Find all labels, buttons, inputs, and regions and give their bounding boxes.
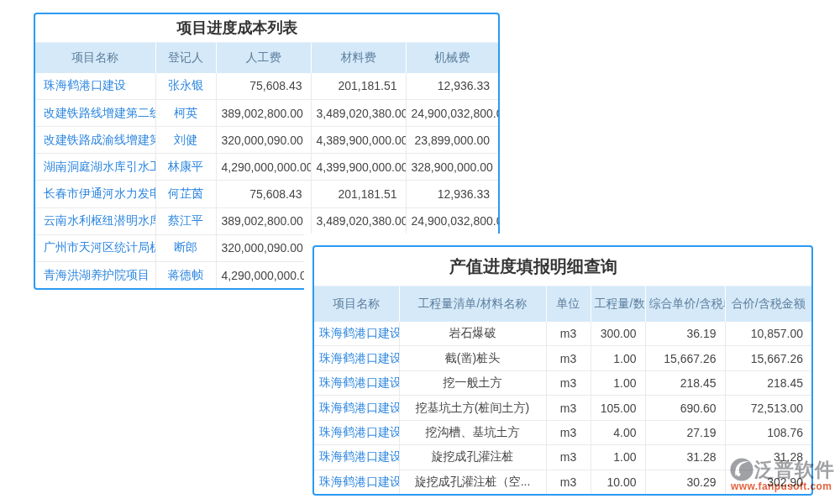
machine-cost-cell: 12,936.33 [406, 181, 498, 207]
labor-cost-cell: 75,608.43 [216, 73, 311, 99]
labor-cost-cell: 320,000,090.00 [216, 234, 311, 261]
unit-cell: m3 [546, 420, 591, 444]
page: 项目进度成本列表 项目名称登记人人工费材料费机械费 珠海鹤港口建设张永银75,6… [0, 0, 840, 504]
project-name-link[interactable]: 珠海鹤港口建设 [35, 73, 155, 99]
project-name-link[interactable]: 珠海鹤港口建设 [314, 322, 399, 346]
registrant-link[interactable]: 蔡江平 [155, 207, 216, 234]
unit-price-cell: 15,667.26 [645, 346, 725, 370]
project-name-link[interactable]: 珠海鹤港口建设 [314, 396, 399, 420]
material-name-cell: 挖沟槽、基坑土方 [399, 420, 546, 444]
labor-cost-cell: 320,000,090.00 [216, 127, 311, 154]
column-header: 工程量/数量 [591, 286, 645, 322]
machine-cost-cell: 23,899,000.00 [406, 127, 498, 154]
project-name-link[interactable]: 长春市伊通河水力发电... [35, 181, 155, 207]
quantity-cell: 300.00 [591, 322, 645, 346]
column-header: 人工费 [216, 43, 311, 73]
unit-price-cell: 27.19 [645, 420, 725, 444]
quantity-cell: 1.00 [591, 346, 645, 370]
table-row: 云南水利枢纽潜明水库...蔡江平389,002,800.003,489,020,… [35, 207, 498, 234]
column-header: 材料费 [311, 43, 406, 73]
registrant-link[interactable]: 柯英 [155, 99, 216, 126]
table-row: 珠海鹤港口建设截(凿)桩头m31.0015,667.2615,667.26 [314, 346, 811, 370]
unit-price-cell: 31.28 [645, 445, 725, 470]
material-name-cell: 截(凿)桩头 [399, 346, 546, 370]
column-header: 项目名称 [314, 286, 399, 322]
column-header: 综合单价/含税单价 [645, 286, 725, 322]
project-name-link[interactable]: 改建铁路成渝线增建第... [35, 127, 155, 154]
table-row: 珠海鹤港口建设挖一般土方m31.00218.45218.45 [314, 370, 811, 395]
unit-price-cell: 690.60 [645, 396, 725, 420]
labor-cost-cell: 4,290,000,000.00 [216, 262, 311, 289]
material-name-cell: 挖基坑土方(桩间土方) [399, 396, 546, 420]
quantity-cell: 4.00 [591, 420, 645, 444]
material-name-cell: 挖一般土方 [399, 370, 546, 395]
project-name-link[interactable]: 珠海鹤港口建设 [314, 445, 399, 470]
unit-cell: m3 [546, 445, 591, 470]
project-name-link[interactable]: 云南水利枢纽潜明水库... [35, 207, 155, 234]
quantity-cell: 105.00 [591, 396, 645, 420]
unit-price-cell: 218.45 [645, 370, 725, 395]
table-row: 珠海鹤港口建设挖基坑土方(桩间土方)m3105.00690.6072,513.0… [314, 396, 811, 420]
labor-cost-cell: 75,608.43 [216, 181, 311, 207]
table-row: 珠海鹤港口建设挖沟槽、基坑土方m34.0027.19108.76 [314, 420, 811, 444]
project-name-link[interactable]: 珠海鹤港口建设 [314, 420, 399, 444]
registrant-link[interactable]: 蒋德帧 [155, 262, 216, 289]
table-row: 珠海鹤港口建设岩石爆破m3300.0036.1910,857.00 [314, 322, 811, 346]
registrant-link[interactable]: 林康平 [155, 154, 216, 181]
material-cost-cell: 4,389,900,000.00 [311, 127, 406, 154]
material-cost-cell: 4,399,900,000.00 [311, 154, 406, 181]
unit-price-cell: 36.19 [645, 322, 725, 346]
machine-cost-cell: 328,900,000.00 [406, 154, 498, 181]
material-name-cell: 旋挖成孔灌注桩 [399, 445, 546, 470]
table-row: 湖南洞庭湖水库引水工...林康平4,290,000,000.004,399,90… [35, 154, 498, 181]
project-name-link[interactable]: 青海洪湖养护院项目 [35, 262, 155, 289]
table-row: 长春市伊通河水力发电...何芷茵75,608.43201,181.5112,93… [35, 181, 498, 207]
table-row: 改建铁路成渝线增建第...刘健320,000,090.004,389,900,0… [35, 127, 498, 154]
project-name-link[interactable]: 珠海鹤港口建设 [314, 370, 399, 395]
brand-name: 泛普软件 [754, 457, 835, 482]
project-name-link[interactable]: 珠海鹤港口建设 [314, 346, 399, 370]
labor-cost-cell: 389,002,800.00 [216, 99, 311, 126]
labor-cost-cell: 4,290,000,000.00 [216, 154, 311, 181]
project-name-link[interactable]: 广州市天河区统计局机... [35, 234, 155, 261]
table-row: 珠海鹤港口建设张永银75,608.43201,181.5112,936.33 [35, 73, 498, 99]
total-price-cell: 218.45 [725, 370, 811, 395]
table-row: 改建铁路线增建第二线...柯英389,002,800.003,489,020,3… [35, 99, 498, 126]
machine-cost-cell: 24,900,032,800.00 [406, 207, 498, 234]
project-name-link[interactable]: 改建铁路线增建第二线... [35, 99, 155, 126]
total-price-cell: 10,857.00 [725, 322, 811, 346]
registrant-link[interactable]: 断郎 [155, 234, 216, 261]
column-header: 登记人 [155, 43, 216, 73]
quantity-cell: 1.00 [591, 370, 645, 395]
unit-cell: m3 [546, 346, 591, 370]
column-header: 单位 [546, 286, 591, 322]
quantity-cell: 1.00 [591, 445, 645, 470]
material-cost-cell: 201,181.51 [311, 73, 406, 99]
unit-cell: m3 [546, 322, 591, 346]
material-cost-cell: 3,489,020,380.00 [311, 207, 406, 234]
registrant-link[interactable]: 刘健 [155, 127, 216, 154]
brand-watermark: 泛普软件 www.fanpusoft.com [729, 457, 840, 492]
column-header: 项目名称 [35, 43, 155, 73]
project-name-link[interactable]: 珠海鹤港口建设 [314, 470, 399, 494]
cost-table-title: 项目进度成本列表 [35, 14, 498, 43]
total-price-cell: 108.76 [725, 420, 811, 444]
output-table-title: 产值进度填报明细查询 [314, 247, 811, 286]
material-name-cell: 岩石爆破 [399, 322, 546, 346]
column-header: 工程量清单/材料名称 [399, 286, 546, 322]
material-cost-cell: 3,489,020,380.00 [311, 99, 406, 126]
machine-cost-cell: 24,900,032,800.00 [406, 99, 498, 126]
total-price-cell: 15,667.26 [725, 346, 811, 370]
fanpu-logo-icon [729, 457, 754, 482]
material-name-cell: 旋挖成孔灌注桩（空... [399, 470, 546, 494]
quantity-cell: 10.00 [591, 470, 645, 494]
unit-cell: m3 [546, 370, 591, 395]
registrant-link[interactable]: 何芷茵 [155, 181, 216, 207]
machine-cost-cell: 12,936.33 [406, 73, 498, 99]
unit-cell: m3 [546, 470, 591, 494]
registrant-link[interactable]: 张永银 [155, 73, 216, 99]
material-cost-cell: 201,181.51 [311, 181, 406, 207]
column-header: 合价/含税金额 [725, 286, 811, 322]
cost-table-header-row: 项目名称登记人人工费材料费机械费 [35, 43, 498, 73]
project-name-link[interactable]: 湖南洞庭湖水库引水工... [35, 154, 155, 181]
